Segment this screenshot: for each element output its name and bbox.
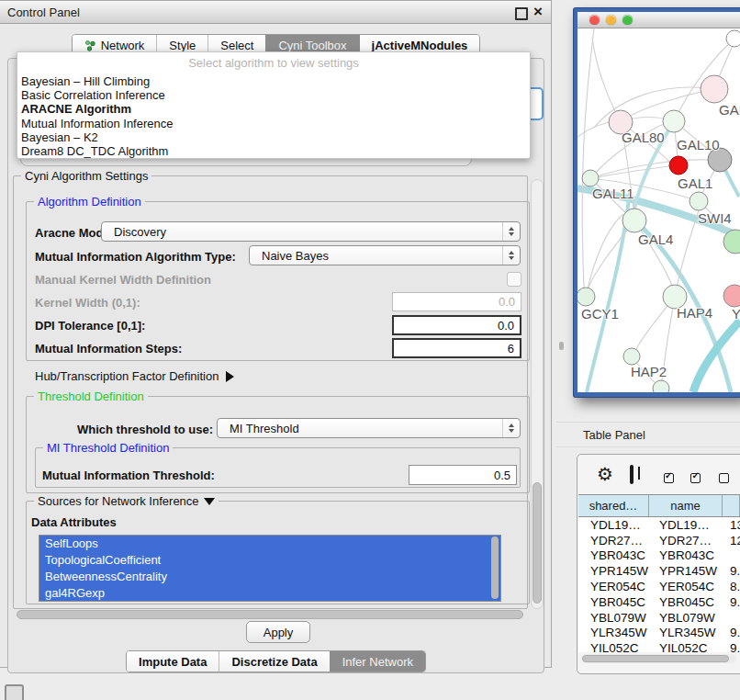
- apply-button[interactable]: Apply: [246, 621, 310, 643]
- network-node-label: HAP4: [677, 305, 712, 321]
- table-cell: YBL079W: [649, 611, 723, 625]
- table-cell: YER054C: [649, 580, 723, 593]
- hub-definition-toggle[interactable]: Hub/Transcription Factor Definition: [35, 369, 234, 383]
- network-node[interactable]: [669, 156, 688, 175]
- mi-steps-field[interactable]: 6: [392, 338, 521, 358]
- settings-vscroll-thumb[interactable]: [533, 482, 542, 604]
- table-settings-gear-icon[interactable]: ⚙: [597, 463, 613, 485]
- tab-label: Network: [101, 39, 145, 52]
- table-row[interactable]: YBL079WYBL079W: [578, 610, 740, 626]
- table-panel-titlebar[interactable]: Table Panel: [556, 422, 740, 447]
- mi-threshold-label: Mutual Information Threshold:: [42, 469, 215, 482]
- bottom-tab-label: Infer Network: [342, 655, 413, 669]
- network-node[interactable]: [653, 380, 669, 392]
- settings-hscroll-thumb[interactable]: [17, 610, 523, 619]
- algorithm-option[interactable]: Bayesian – K2: [17, 130, 530, 144]
- algorithm-option[interactable]: ARACNE Algorithm: [17, 102, 530, 116]
- manual-kernel-width-checkbox[interactable]: [507, 272, 521, 287]
- table-row[interactable]: YDL19…YDL19…13: [578, 517, 740, 533]
- network-node[interactable]: [723, 285, 740, 307]
- table-row[interactable]: YPR145WYPR145W9.: [578, 563, 740, 579]
- table-hscroll-thumb[interactable]: [582, 655, 729, 662]
- algorithm-option[interactable]: Bayesian – Hill Climbing: [17, 74, 530, 88]
- table-cell: YIL052C: [649, 641, 723, 652]
- network-node[interactable]: [726, 30, 740, 47]
- which-threshold-value: MI Threshold: [230, 422, 299, 435]
- table-row[interactable]: YIL052CYIL052C9.: [578, 640, 740, 652]
- column-header-name[interactable]: name: [649, 495, 723, 516]
- tab-label: Style: [169, 39, 196, 52]
- network-node[interactable]: [623, 348, 640, 365]
- algorithm-option[interactable]: Dream8 DC_TDC Algorithm: [17, 144, 530, 158]
- network-node-label: GAL1: [678, 175, 712, 191]
- table-row[interactable]: YLR345WYLR345W9.: [578, 626, 740, 641]
- float-panel-icon[interactable]: [515, 7, 528, 20]
- table-cell: 12: [723, 534, 740, 548]
- table-toolbar: ⚙: [578, 456, 740, 492]
- network-node-label: GAL80: [622, 130, 665, 145]
- network-canvas[interactable]: GALGAL80GAL10GAL11GAL1SWI4GAL4GCY1HAP4YH…: [577, 28, 740, 392]
- network-node[interactable]: [690, 192, 708, 210]
- column-header-shared-name[interactable]: shared…: [578, 495, 649, 516]
- bottom-tab-infer-network[interactable]: Infer Network: [330, 651, 425, 672]
- control-panel-titlebar[interactable]: Control Panel ×: [0, 1, 551, 24]
- close-icon[interactable]: ×: [533, 2, 543, 22]
- deselect-all-checkbox-icon[interactable]: [719, 473, 729, 483]
- sources-legend[interactable]: Sources for Network Inference: [34, 494, 219, 508]
- algorithm-option[interactable]: Basic Correlation Inference: [17, 88, 530, 102]
- which-threshold-combobox[interactable]: MI Threshold: [217, 418, 521, 438]
- data-attribute-item[interactable]: gal4RGexp: [39, 585, 500, 602]
- table-cell: YDL19…: [578, 518, 649, 532]
- network-node[interactable]: [582, 170, 599, 186]
- algorithm-dropdown-list: Bayesian – Hill ClimbingBasic Correlatio…: [17, 74, 530, 158]
- dpi-tolerance-field[interactable]: 0.0: [392, 315, 521, 335]
- mi-algorithm-type-combobox[interactable]: Naive Bayes: [249, 245, 521, 265]
- network-node[interactable]: [663, 110, 685, 132]
- algorithm-option[interactable]: Mutual Information Inference: [17, 117, 530, 130]
- attribute-list-scrollbar[interactable]: [491, 536, 499, 599]
- mac-minimize-icon[interactable]: [606, 15, 616, 25]
- table-row[interactable]: YBR045CYBR045C9.: [578, 594, 740, 610]
- mac-zoom-icon[interactable]: [622, 15, 633, 25]
- network-node[interactable]: [622, 209, 646, 232]
- column-header-clipped[interactable]: [723, 495, 740, 516]
- threshold-definition-legend: Threshold Definition: [34, 390, 148, 403]
- data-attribute-item[interactable]: TopologicalCoefficient: [39, 552, 500, 569]
- mac-close-icon[interactable]: [589, 15, 600, 25]
- table-cell: 9.: [723, 564, 740, 578]
- minimized-panel-icon[interactable]: [5, 684, 24, 700]
- network-node-label: SWI4: [698, 210, 732, 226]
- select-all-checkbox-icon[interactable]: [664, 473, 674, 483]
- network-node[interactable]: [701, 75, 728, 103]
- table-row[interactable]: YDR27…YDR27…12: [578, 533, 740, 548]
- bottom-tab-discretize-data[interactable]: Discretize Data: [219, 651, 329, 672]
- mi-threshold-field[interactable]: 0.5: [409, 465, 517, 485]
- table-body[interactable]: YDL19…YDL19…13YDR27…YDR27…12YBR043CYBR04…: [578, 517, 740, 652]
- network-node-label: Y: [732, 306, 740, 322]
- control-panel-window: Control Panel × NetworkStyleSelectCyni T…: [0, 0, 552, 668]
- desktop: Control Panel × NetworkStyleSelectCyni T…: [0, 0, 740, 700]
- data-attribute-item[interactable]: SelfLoops: [39, 536, 500, 552]
- mi-algorithm-type-label: Mutual Information Algorithm Type:: [35, 250, 236, 264]
- bottom-tabs: Impute DataDiscretize DataInfer Network: [126, 650, 426, 672]
- bottom-tab-impute-data[interactable]: Impute Data: [127, 651, 219, 672]
- column-layout-icon[interactable]: [630, 465, 633, 484]
- aracne-mode-combobox[interactable]: Discovery: [101, 221, 521, 242]
- kernel-width-label: Kernel Width (0,1):: [35, 296, 140, 310]
- table-header: shared… name: [578, 494, 740, 517]
- network-window-titlebar[interactable]: [577, 12, 740, 28]
- splitter-handle[interactable]: [559, 342, 564, 350]
- table-row[interactable]: YER054CYER054C8.: [578, 579, 740, 594]
- data-attribute-item[interactable]: BetweennessCentrality: [39, 569, 500, 585]
- network-icon: [84, 40, 96, 51]
- combo-stepper-icon: [502, 246, 520, 265]
- select-all-checkbox-icon2[interactable]: [690, 473, 701, 483]
- table-row[interactable]: YBR043CYBR043C: [578, 548, 740, 564]
- algorithm-dropdown-prompt: Select algorithm to view settings: [17, 52, 530, 74]
- cyni-settings-legend: Cyni Algorithm Settings: [21, 169, 151, 183]
- expanded-arrow-icon: [204, 498, 215, 505]
- data-attributes-list[interactable]: SelfLoopsTopologicalCoefficientBetweenne…: [39, 535, 501, 602]
- aracne-mode-value: Discovery: [114, 225, 166, 239]
- network-node[interactable]: [577, 288, 595, 306]
- table-cell: 13: [723, 518, 740, 532]
